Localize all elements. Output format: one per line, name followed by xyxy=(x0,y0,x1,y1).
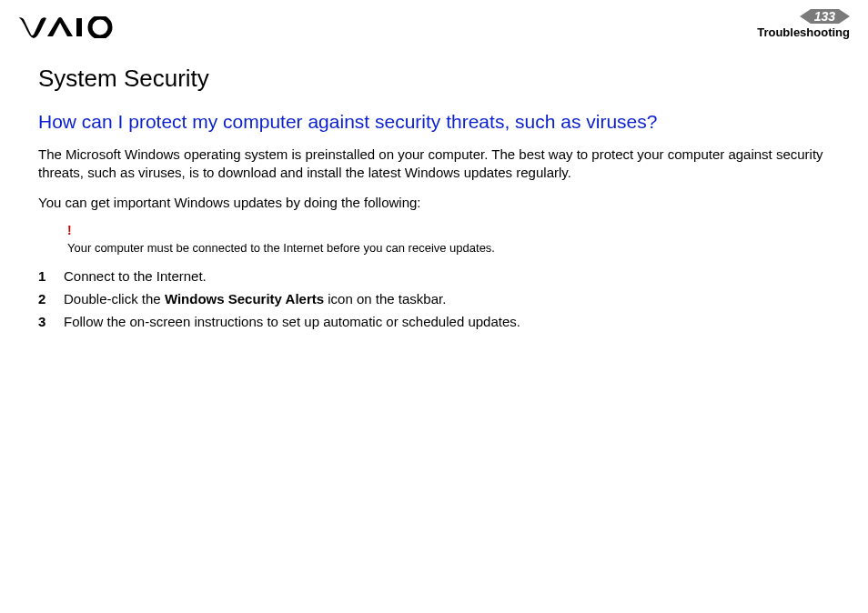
section-label: Troubleshooting xyxy=(757,25,850,39)
list-item: 2 Double-click the Windows Security Aler… xyxy=(38,291,830,306)
page-content: System Security How can I protect my com… xyxy=(0,39,868,329)
list-item: 3 Follow the on-screen instructions to s… xyxy=(38,314,830,329)
page-header: 133 Troubleshooting xyxy=(0,0,868,39)
svg-rect-0 xyxy=(76,18,82,36)
warning-text: Your computer must be connected to the I… xyxy=(67,241,495,255)
page-number: 133 xyxy=(811,9,839,24)
warning-note: ! Your computer must be connected to the… xyxy=(38,223,830,256)
vaio-logo xyxy=(18,16,118,38)
step-text: Double-click the Windows Security Alerts… xyxy=(64,291,446,306)
question-heading: How can I protect my computer against se… xyxy=(38,111,830,133)
step-number: 2 xyxy=(38,291,64,306)
svg-point-1 xyxy=(90,17,110,37)
paragraph: You can get important Windows updates by… xyxy=(38,194,830,212)
step-text: Follow the on-screen instructions to set… xyxy=(64,314,520,329)
steps-list: 1 Connect to the Internet. 2 Double-clic… xyxy=(38,268,830,329)
paragraph: The Microsoft Windows operating system i… xyxy=(38,146,830,183)
step-number: 3 xyxy=(38,314,64,329)
step-number: 1 xyxy=(38,268,64,284)
prev-page-arrow-icon[interactable] xyxy=(800,9,811,24)
next-page-arrow-icon[interactable] xyxy=(839,9,850,24)
step-text: Connect to the Internet. xyxy=(64,268,207,284)
header-right: 133 Troubleshooting xyxy=(757,9,850,39)
list-item: 1 Connect to the Internet. xyxy=(38,268,830,284)
page-navigator: 133 xyxy=(800,9,850,24)
warning-icon: ! xyxy=(67,223,830,237)
page-title: System Security xyxy=(38,65,830,93)
